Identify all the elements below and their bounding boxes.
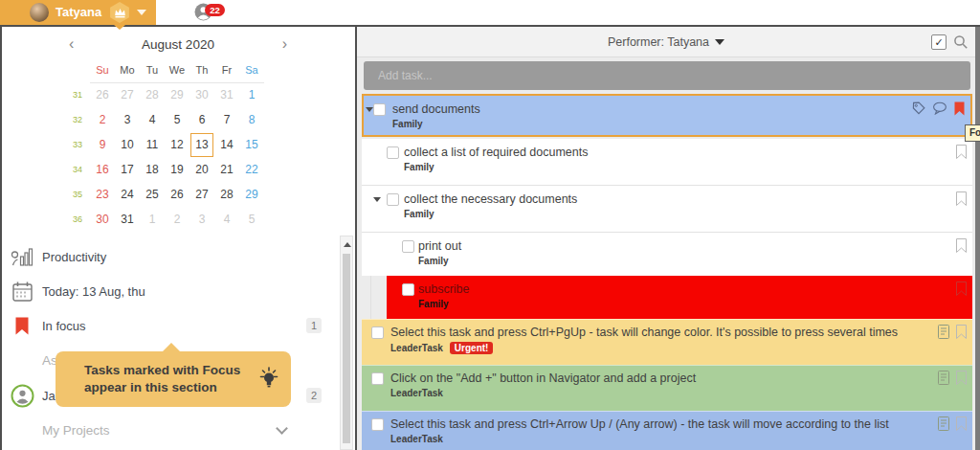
- calendar-day[interactable]: 7: [214, 107, 239, 132]
- scrollbar-up-arrow-icon[interactable]: [344, 242, 351, 247]
- calendar-day[interactable]: 6: [189, 107, 214, 132]
- task-row[interactable]: subscribeFamily: [362, 276, 972, 319]
- calendar-day[interactable]: 17: [115, 157, 140, 182]
- calendar-day-header: Fr: [214, 57, 239, 82]
- calendar-day[interactable]: 3: [189, 207, 214, 232]
- calendar-day[interactable]: 31: [115, 207, 140, 232]
- calendar-day[interactable]: 18: [140, 157, 165, 182]
- bookmark-icon[interactable]: [956, 416, 967, 434]
- week-number: 36: [65, 207, 90, 232]
- sidebar-item-in-focus[interactable]: In focus1: [10, 309, 340, 342]
- calendar-day[interactable]: 14: [214, 132, 239, 157]
- bookmark-icon[interactable]: [956, 145, 967, 162]
- calendar-day[interactable]: 31: [214, 82, 239, 107]
- note-icon[interactable]: [938, 325, 949, 342]
- notifications-button[interactable]: 22: [194, 3, 233, 22]
- calendar-day[interactable]: 29: [239, 182, 264, 207]
- calendar-prev-button[interactable]: ‹: [69, 33, 74, 56]
- calendar-day[interactable]: 21: [214, 157, 239, 182]
- task-checkbox[interactable]: [402, 240, 414, 253]
- sidebar-scrollbar[interactable]: [340, 236, 353, 450]
- task-checkbox[interactable]: [387, 193, 399, 206]
- calendar-day[interactable]: 29: [165, 82, 189, 107]
- calendar-day[interactable]: 28: [140, 82, 165, 107]
- task-checkbox[interactable]: [402, 283, 414, 296]
- add-task-input[interactable]: [364, 61, 970, 90]
- task-row[interactable]: Select this task and press Ctrl+PgUp - t…: [362, 319, 972, 365]
- sidebar-item-my-projects[interactable]: My Projects: [10, 414, 340, 446]
- task-row[interactable]: Click on the "Add +" button in Navigator…: [362, 365, 972, 411]
- calendar-next-button[interactable]: ›: [282, 33, 287, 56]
- task-row[interactable]: print outFamily: [362, 233, 972, 276]
- calendar-day[interactable]: 25: [140, 182, 165, 207]
- performer-filter[interactable]: Performer: Tatyana: [608, 35, 724, 49]
- bookmark-icon[interactable]: [956, 371, 967, 388]
- multiselect-checkbox-icon[interactable]: ✓: [931, 34, 947, 50]
- expander-icon[interactable]: [366, 107, 373, 112]
- bookmark-red-icon[interactable]: [954, 101, 965, 119]
- task-checkbox[interactable]: [387, 146, 399, 159]
- note-icon[interactable]: [938, 416, 949, 434]
- calendar-day[interactable]: 2: [90, 107, 115, 132]
- bookmark-icon[interactable]: [956, 281, 967, 299]
- calendar-day[interactable]: 11: [140, 132, 165, 157]
- task-row[interactable]: collect a list of required documentsFami…: [362, 139, 972, 186]
- calendar-day[interactable]: 28: [214, 182, 239, 207]
- project-label: Family: [392, 119, 423, 129]
- bookmark-icon[interactable]: [956, 325, 967, 342]
- task-content: subscribeFamily: [362, 276, 972, 309]
- calendar-day[interactable]: 20: [189, 157, 214, 182]
- calendar-day[interactable]: 22: [239, 157, 264, 182]
- task-row[interactable]: collect the necessary documentsFamily: [362, 186, 972, 233]
- sidebar-item-label: Today: 13 Aug, thu: [42, 284, 145, 299]
- calendar-day[interactable]: 12: [165, 132, 189, 157]
- calendar-day[interactable]: 3: [115, 107, 140, 132]
- calendar-day[interactable]: 23: [90, 182, 115, 207]
- calendar-day[interactable]: 26: [165, 182, 189, 207]
- calendar-day[interactable]: 5: [165, 107, 189, 132]
- user-menu[interactable]: Tatyana: [0, 0, 156, 25]
- tag-icon[interactable]: [912, 101, 925, 118]
- task-row[interactable]: Select this task and press Ctrl+Arrow Up…: [362, 411, 972, 450]
- task-checkbox[interactable]: [371, 418, 384, 431]
- calendar-day[interactable]: 16: [90, 157, 115, 182]
- calendar-day[interactable]: 1: [140, 207, 165, 232]
- calendar-day-today[interactable]: 13: [190, 133, 213, 157]
- sidebar-item-productivity[interactable]: Productivity: [10, 240, 340, 273]
- scrollbar-thumb[interactable]: [343, 254, 350, 443]
- bookmark-icon[interactable]: [956, 191, 967, 209]
- calendar-day[interactable]: 30: [90, 207, 115, 232]
- comment-icon[interactable]: [932, 101, 947, 118]
- calendar-day[interactable]: 4: [214, 207, 239, 232]
- calendar-day[interactable]: 15: [239, 132, 264, 157]
- calendar-day[interactable]: 10: [115, 132, 140, 157]
- bookmark-icon[interactable]: [956, 238, 967, 256]
- task-row[interactable]: send documentsFamily: [362, 94, 972, 137]
- calendar-day[interactable]: 27: [189, 182, 214, 207]
- user-menu-caret-icon[interactable]: [137, 10, 146, 15]
- chevron-down-icon[interactable]: [276, 422, 288, 435]
- task-checkbox[interactable]: [371, 372, 384, 385]
- calendar-day[interactable]: 30: [189, 82, 214, 107]
- calendar-day[interactable]: 9: [90, 132, 115, 157]
- calendar-day[interactable]: 2: [165, 207, 189, 232]
- calendar-day[interactable]: 27: [115, 82, 140, 107]
- calendar-day[interactable]: 26: [90, 82, 115, 107]
- calendar-day[interactable]: 4: [140, 107, 165, 132]
- calendar-day[interactable]: 5: [239, 207, 264, 232]
- calendar-day[interactable]: 24: [115, 182, 140, 207]
- task-row-icons: [956, 238, 967, 256]
- task-content: Click on the "Add +" button in Navigator…: [362, 365, 972, 398]
- frame-divider: [0, 25, 980, 27]
- task-checkbox[interactable]: [373, 103, 386, 116]
- sidebar-item-today[interactable]: Today: 13 Aug, thu: [10, 275, 340, 307]
- search-icon[interactable]: [953, 34, 969, 50]
- calendar-day[interactable]: 1: [239, 82, 264, 107]
- expander-icon[interactable]: [373, 197, 381, 202]
- calendar-day[interactable]: 8: [239, 107, 264, 132]
- note-icon[interactable]: [938, 371, 949, 388]
- task-meta: Family: [404, 162, 972, 172]
- task-checkbox[interactable]: [371, 326, 384, 339]
- task-panel-scrollbar[interactable]: [975, 27, 980, 450]
- calendar-day[interactable]: 19: [165, 157, 189, 182]
